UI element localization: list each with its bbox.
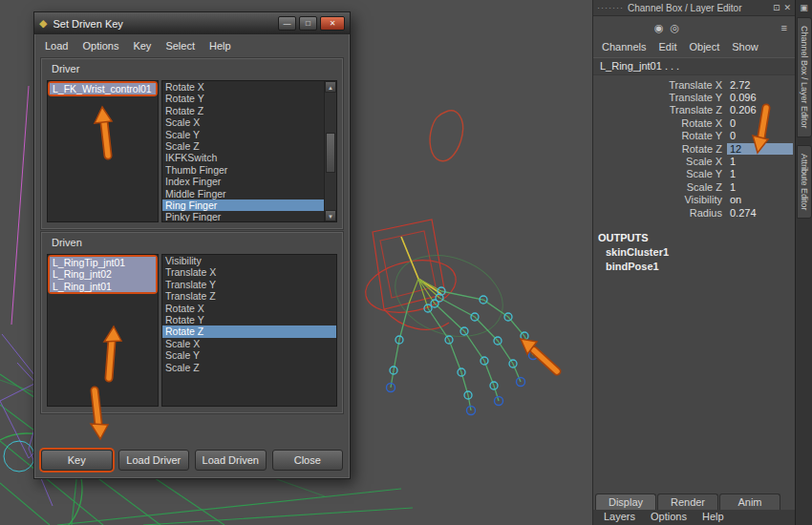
channel-value[interactable]: 0 xyxy=(727,130,795,141)
menu-edit[interactable]: Edit xyxy=(658,41,676,52)
list-item[interactable]: Scale Z xyxy=(162,362,336,373)
channel-value[interactable]: 1 xyxy=(727,156,795,167)
selection-curve[interactable] xyxy=(430,111,463,161)
channel-value-highlighted[interactable]: 12 xyxy=(727,143,793,155)
tab-render[interactable]: Render xyxy=(657,494,718,510)
channel-value[interactable]: 0.274 xyxy=(727,207,795,219)
channel-value[interactable]: 1 xyxy=(727,181,795,193)
channel-label[interactable]: Translate Y xyxy=(593,92,727,103)
channel-label[interactable]: Translate Z xyxy=(593,104,727,116)
list-item[interactable]: Scale Y xyxy=(162,349,336,361)
list-item-selected[interactable]: Rotate Z xyxy=(162,326,336,337)
dock-icon[interactable]: ⊡ xyxy=(773,3,780,12)
menu-layer-help[interactable]: Help xyxy=(702,511,724,524)
list-item[interactable]: Rotate X xyxy=(162,81,324,93)
menu-layer-options[interactable]: Options xyxy=(651,511,687,524)
channel-label[interactable]: Rotate Y xyxy=(593,130,727,141)
list-item[interactable]: Index Finger xyxy=(162,176,324,187)
list-item[interactable]: Visibility xyxy=(162,255,336,266)
channel-row: Visibility on xyxy=(593,194,795,206)
list-item[interactable]: L_RingTip_jnt01 xyxy=(50,257,156,268)
list-item[interactable]: Pinky Finger xyxy=(162,211,324,222)
menu-select[interactable]: Select xyxy=(165,40,195,52)
channel-row: Rotate Y 0 xyxy=(593,130,795,142)
list-item[interactable]: Middle Finger xyxy=(162,188,324,200)
list-item[interactable]: Rotate Y xyxy=(162,314,336,326)
channel-label[interactable]: Translate X xyxy=(593,79,727,91)
list-item[interactable]: Translate Y xyxy=(162,279,336,290)
channel-value[interactable]: on xyxy=(727,194,795,205)
channel-label[interactable]: Rotate X xyxy=(593,117,727,129)
speed-toggle-icon[interactable]: ◎ xyxy=(671,22,680,34)
list-item[interactable]: Scale X xyxy=(162,338,336,349)
key-button[interactable]: Key xyxy=(41,450,113,471)
list-item[interactable]: Translate X xyxy=(162,266,336,278)
selected-object-name[interactable]: L_Ring_jnt01 . . . xyxy=(593,57,795,75)
list-item[interactable]: Thumb Finger xyxy=(162,164,324,176)
minimize-button[interactable]: — xyxy=(278,16,296,31)
channel-label[interactable]: Scale Z xyxy=(593,181,727,193)
list-item[interactable]: Scale Z xyxy=(162,140,324,152)
scrollbar-thumb[interactable] xyxy=(326,133,335,173)
channel-value[interactable]: 0 xyxy=(727,117,795,129)
list-item[interactable]: Rotate Y xyxy=(162,93,324,104)
wrist-control-wireframe[interactable] xyxy=(361,220,461,329)
channel-label[interactable]: Scale Y xyxy=(593,168,727,179)
list-item[interactable]: Translate Z xyxy=(162,290,336,302)
pin-icon[interactable]: ▣ xyxy=(800,3,808,12)
list-item[interactable]: L_Ring_jnt01 xyxy=(50,281,156,292)
output-item[interactable]: skinCluster1 xyxy=(593,246,795,261)
channel-value[interactable]: 0.206 xyxy=(727,104,795,116)
output-item[interactable]: bindPose1 xyxy=(593,261,795,275)
load-driver-button[interactable]: Load Driver xyxy=(118,450,190,471)
hand-skeleton[interactable] xyxy=(387,237,538,415)
driver-object-list[interactable]: L_FK_Wrist_control01 xyxy=(47,80,159,222)
menu-channels[interactable]: Channels xyxy=(602,41,646,52)
scrollbar[interactable]: ▲ ▼ xyxy=(324,81,336,221)
channel-label[interactable]: Visibility xyxy=(593,194,727,205)
list-item-selected[interactable]: Ring Finger xyxy=(162,200,324,211)
tab-display[interactable]: Display xyxy=(595,494,656,510)
channel-label[interactable]: Scale X xyxy=(593,156,727,167)
channel-label[interactable]: Radius xyxy=(593,207,727,219)
close-dialog-button[interactable]: Close xyxy=(272,450,344,471)
channel-box-toolbar: ◉ ◎ ≡ xyxy=(593,16,795,39)
menu-layers[interactable]: Layers xyxy=(604,511,635,524)
channel-value[interactable]: 1 xyxy=(727,168,795,179)
list-item[interactable]: L_FK_Wrist_control01 xyxy=(50,83,156,94)
scrollbar-track[interactable] xyxy=(325,93,336,210)
list-item[interactable]: IKFKSwitch xyxy=(162,152,324,163)
channel-value[interactable]: 0.096 xyxy=(727,92,795,103)
menu-object[interactable]: Object xyxy=(689,41,719,52)
menu-load[interactable]: Load xyxy=(45,40,68,52)
driver-attribute-list[interactable]: Rotate X Rotate Y Rotate Z Scale X Scale… xyxy=(161,80,337,222)
dialog-titlebar[interactable]: ◆ Set Driven Key — □ ✕ xyxy=(34,12,350,34)
manipulator-toggle-icon[interactable]: ◉ xyxy=(654,22,664,34)
tab-attribute-editor[interactable]: Attribute Editor xyxy=(797,145,812,220)
menu-show[interactable]: Show xyxy=(732,41,759,52)
list-item[interactable]: Rotate X xyxy=(162,303,336,314)
close-button[interactable]: ✕ xyxy=(320,16,345,31)
maximize-button[interactable]: □ xyxy=(299,16,317,31)
panel-close-icon[interactable]: ✕ xyxy=(783,3,791,12)
menu-options[interactable]: Options xyxy=(82,40,118,52)
load-driven-button[interactable]: Load Driven xyxy=(195,450,267,471)
driven-attribute-list[interactable]: Visibility Translate X Translate Y Trans… xyxy=(161,254,337,407)
panel-drag-handle[interactable]: ············· xyxy=(597,3,624,12)
driven-object-list[interactable]: L_RingTip_jnt01 L_Ring_jnt02 L_Ring_jnt0… xyxy=(47,254,159,407)
list-item[interactable]: Scale X xyxy=(162,116,324,128)
channel-label[interactable]: Rotate Z xyxy=(593,143,727,155)
channel-value[interactable]: 2.72 xyxy=(727,79,795,91)
menu-key[interactable]: Key xyxy=(133,40,151,52)
scroll-down-icon[interactable]: ▼ xyxy=(325,210,336,221)
channel-box-header[interactable]: ············· Channel Box / Layer Editor… xyxy=(593,0,795,16)
list-item[interactable]: L_Ring_jnt02 xyxy=(50,268,156,280)
tab-channel-box-layer-editor[interactable]: Channel Box / Layer Editor xyxy=(797,17,812,137)
tab-anim[interactable]: Anim xyxy=(719,494,780,510)
scroll-up-icon[interactable]: ▲ xyxy=(325,81,336,93)
sliders-icon[interactable]: ≡ xyxy=(781,22,787,33)
list-item[interactable]: Rotate Z xyxy=(162,105,324,116)
list-item[interactable]: Scale Y xyxy=(162,129,324,140)
rig-line-magenta xyxy=(11,86,29,325)
menu-help[interactable]: Help xyxy=(209,40,231,52)
